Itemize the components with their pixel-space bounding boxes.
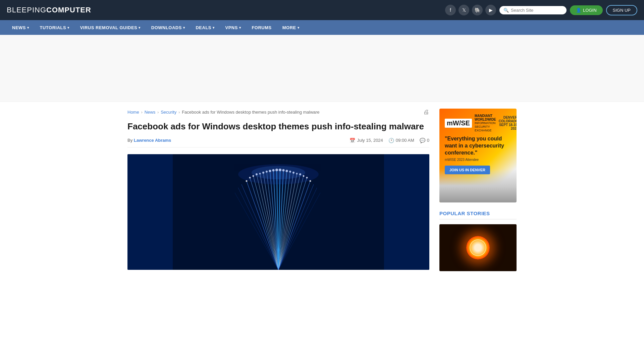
site-logo[interactable]: BLEEPINGCOMPUTER [7,6,91,14]
mwise-m-logo: mW/SE [445,119,472,128]
nav-label-downloads: DOWNLOADS [151,25,182,30]
search-icon: 🔍 [503,8,509,13]
svg-point-48 [252,166,305,179]
author-link[interactable]: Lawrence Abrams [134,138,171,143]
sidebar-ad-content: mW/SE MANDIANT WORLDWIDE INFORMATION SEC… [439,109,517,180]
nav-item-vpns[interactable]: VPNS ▾ [220,20,247,35]
content-area: Home › News › Security › Facebook ads fo… [127,109,429,271]
mwise-dates: SEPT 18-19, 2024 [499,123,517,130]
nav-item-tutorials[interactable]: TUTORIALS ▾ [35,20,75,35]
popular-stories-title: POPULAR STORIES [439,210,517,220]
mwise-quote: "Everything you could want in a cybersec… [445,135,511,156]
meta-time: 🕐 09:00 AM [388,138,414,143]
chevron-down-icon: ▾ [27,26,29,29]
nav-label-forums: FORUMS [252,25,271,30]
header-right: f 𝕏 🐘 ▶ 🔍 👤 LOGIN SIGN UP [445,5,637,15]
nav-label-news: NEWS [12,25,26,30]
meta-author: By Lawrence Abrams [127,138,171,143]
breadcrumb-home[interactable]: Home [127,110,139,115]
chevron-down-icon: ▾ [67,26,69,29]
main-container: Home › News › Security › Facebook ads fo… [121,102,523,278]
nav-label-deals: DEALS [196,25,211,30]
print-icon[interactable]: 🖨 [423,109,429,116]
breadcrumb-news[interactable]: News [145,110,156,115]
article-meta: By Lawrence Abrams 📅 July 15, 2024 🕐 09:… [127,138,429,147]
nav-label-vpns: VPNS [225,25,238,30]
article-image [127,154,429,270]
mwise-org-sub: INFORMATION SECURITY EXCHANGE [475,121,496,132]
breadcrumb-security[interactable]: Security [161,110,176,115]
comment-icon: 💬 [420,138,425,143]
chevron-down-icon: ▾ [239,26,241,29]
chevron-down-icon: ▾ [213,26,215,29]
ad-banner [0,35,644,102]
article-time: 09:00 AM [396,138,414,143]
clock-glow-image [466,236,490,259]
mastodon-icon[interactable]: 🐘 [472,5,483,15]
login-button[interactable]: 👤 LOGIN [570,5,602,15]
fiber-optic-illustration [127,154,429,270]
signup-button[interactable]: SIGN UP [606,5,637,15]
facebook-icon[interactable]: f [445,5,456,15]
breadcrumb-sep-2: › [157,110,159,115]
nav-label-virus: VIRUS REMOVAL GUIDES [80,25,138,30]
popular-story-image[interactable] [439,224,517,271]
sidebar: mW/SE MANDIANT WORLDWIDE INFORMATION SEC… [439,109,517,271]
meta-right: 📅 July 15, 2024 🕐 09:00 AM 💬 0 [350,138,429,143]
user-icon: 👤 [576,8,581,13]
breadcrumb-sep-3: › [178,110,180,115]
chevron-down-icon: ▾ [139,26,141,29]
mwise-attrib: mWISE 2023 Attendee [445,158,511,162]
nav-label-tutorials: TUTORIALS [40,25,66,30]
breadcrumb-left: Home › News › Security › Facebook ads fo… [127,110,320,115]
chevron-down-icon: ▾ [298,26,300,29]
author-by-label: By [127,138,132,143]
clock-icon: 🕐 [388,138,394,143]
popular-stories: POPULAR STORIES [439,210,517,271]
comment-count: 0 [427,138,429,143]
nav-item-forums[interactable]: FORUMS [246,20,277,35]
breadcrumb-current: Facebook ads for Windows desktop themes … [182,110,319,115]
search-box: 🔍 [499,6,567,14]
sidebar-ad: mW/SE MANDIANT WORLDWIDE INFORMATION SEC… [439,109,517,202]
social-icons: f 𝕏 🐘 ▶ [445,5,496,15]
breadcrumb-sep-1: › [141,110,143,115]
nav-item-downloads[interactable]: DOWNLOADS ▾ [146,20,191,35]
login-label: LOGIN [583,8,596,13]
nav-label-more: MORE [282,25,296,30]
youtube-icon[interactable]: ▶ [485,5,496,15]
nav-item-more[interactable]: MORE ▾ [277,20,305,35]
mwise-location: DENVER, COLORADO [499,116,517,123]
chevron-down-icon: ▾ [183,26,185,29]
article-title: Facebook ads for Windows desktop themes … [127,121,429,132]
nav-item-virus[interactable]: VIRUS REMOVAL GUIDES ▾ [75,20,146,35]
article-date: July 15, 2024 [357,138,383,143]
calendar-icon: 📅 [350,138,355,143]
twitter-icon[interactable]: 𝕏 [459,5,469,15]
breadcrumb: Home › News › Security › Facebook ads fo… [127,109,429,116]
meta-comments[interactable]: 💬 0 [420,138,429,143]
mwise-join-button[interactable]: JOIN US IN DENVER [445,166,490,174]
logo-light: BLEEPING [7,6,46,14]
signup-label: SIGN UP [613,8,631,13]
search-input[interactable] [511,8,562,13]
site-header: BLEEPINGCOMPUTER f 𝕏 🐘 ▶ 🔍 👤 LOGIN SIGN … [0,0,644,20]
mwise-logo: mW/SE MANDIANT WORLDWIDE INFORMATION SEC… [445,114,511,132]
mwise-org: MANDIANT WORLDWIDE [475,114,496,121]
clock-face [470,239,486,256]
nav-item-news[interactable]: NEWS ▾ [7,20,35,35]
main-nav: NEWS ▾ TUTORIALS ▾ VIRUS REMOVAL GUIDES … [0,20,644,35]
meta-date: 📅 July 15, 2024 [350,138,383,143]
logo-bold: COMPUTER [46,6,91,14]
nav-item-deals[interactable]: DEALS ▾ [190,20,220,35]
